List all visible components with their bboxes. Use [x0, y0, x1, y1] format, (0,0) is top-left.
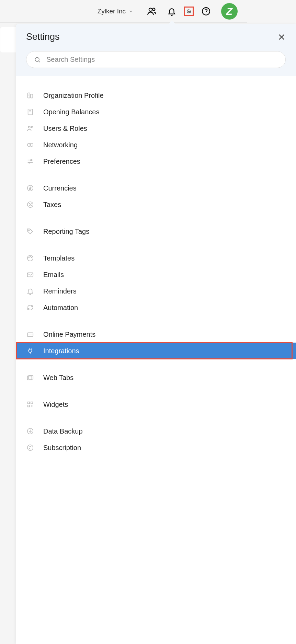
- grid-icon: [26, 400, 34, 409]
- svg-point-0: [149, 8, 152, 11]
- menu-item-org-profile[interactable]: Organization Profile: [16, 87, 247, 104]
- menu-group: TemplatesEmailsRemindersAutomation: [16, 250, 247, 316]
- menu-item-label: Web Tabs: [43, 374, 73, 382]
- svg-rect-10: [31, 94, 33, 98]
- refresh-icon: [26, 303, 34, 312]
- svg-point-29: [29, 230, 30, 231]
- search-input-wrap[interactable]: [26, 51, 247, 68]
- download-icon: [26, 427, 34, 435]
- menu-item-widgets[interactable]: Widgets: [16, 396, 247, 413]
- menu-item-label: Data Backup: [43, 427, 83, 435]
- cycle-icon: [26, 444, 34, 452]
- menu-item-currencies[interactable]: Currencies: [16, 180, 247, 196]
- svg-rect-40: [31, 402, 33, 404]
- svg-line-8: [39, 61, 40, 62]
- menu-group: Web Tabs: [16, 369, 247, 386]
- svg-point-33: [31, 257, 32, 258]
- org-name: Zylker Inc: [98, 8, 126, 15]
- svg-rect-34: [27, 273, 33, 277]
- menu-item-subscription[interactable]: Subscription: [16, 439, 247, 456]
- menu-item-emails[interactable]: Emails: [16, 266, 247, 283]
- org-selector[interactable]: Zylker Inc: [98, 8, 133, 15]
- menu-item-integrations[interactable]: Integrations: [16, 343, 247, 359]
- search-icon: [34, 56, 41, 63]
- menu-item-networking[interactable]: Networking: [16, 137, 247, 153]
- plug-icon: [26, 347, 34, 355]
- menu-item-label: Widgets: [43, 401, 68, 409]
- chevron-down-icon: [128, 9, 133, 14]
- menu-item-automation[interactable]: Automation: [16, 299, 247, 316]
- menu-item-users-roles[interactable]: Users & Roles: [16, 120, 247, 137]
- dropdown-arrow: [167, 21, 177, 25]
- topbar: Zylker Inc Z: [0, 0, 247, 23]
- tabs-icon: [26, 373, 34, 382]
- menu-item-online-payments[interactable]: Online Payments: [16, 326, 247, 343]
- menu-item-label: Online Payments: [43, 331, 95, 338]
- gear-icon[interactable]: [184, 7, 194, 16]
- menu-group: Data BackupSubscription: [16, 423, 247, 456]
- menu-group: Widgets: [16, 396, 247, 413]
- building-icon: [26, 91, 34, 100]
- menu-group: Online PaymentsIntegrations: [16, 326, 247, 359]
- menu-item-label: Currencies: [43, 184, 77, 192]
- bell-icon: [26, 287, 34, 295]
- search-input[interactable]: [46, 56, 247, 64]
- menu-group: CurrenciesTaxes: [16, 180, 247, 213]
- svg-point-46: [27, 445, 33, 451]
- svg-rect-39: [28, 402, 30, 404]
- settings-header: Settings: [16, 24, 247, 76]
- svg-point-27: [29, 203, 30, 204]
- menu-item-label: Subscription: [43, 444, 81, 452]
- menu-item-label: Templates: [43, 254, 75, 262]
- menu-item-label: Taxes: [43, 201, 61, 209]
- settings-panel: Settings Organization ProfileOpening Bal…: [16, 24, 247, 537]
- svg-point-28: [31, 205, 32, 206]
- svg-point-17: [31, 126, 33, 128]
- card-icon: [26, 330, 34, 338]
- svg-point-1: [152, 8, 155, 10]
- menu-item-data-backup[interactable]: Data Backup: [16, 423, 247, 439]
- menu-item-reminders[interactable]: Reminders: [16, 283, 247, 299]
- tag-icon: [26, 227, 34, 235]
- link-icon: [26, 141, 34, 149]
- help-icon[interactable]: [201, 7, 211, 16]
- menu-item-templates[interactable]: Templates: [16, 250, 247, 266]
- palette-icon: [26, 254, 34, 262]
- percent-icon: [26, 200, 34, 209]
- users-icon: [26, 124, 34, 133]
- bell-icon[interactable]: [167, 7, 177, 16]
- dollar-icon: [26, 184, 34, 192]
- menu-item-label: Networking: [43, 141, 78, 149]
- menu-item-label: Organization Profile: [43, 92, 104, 100]
- menu-item-label: Reminders: [43, 287, 77, 295]
- avatar-letter: Z: [226, 5, 232, 17]
- menu-item-preferences[interactable]: Preferences: [16, 153, 247, 170]
- svg-point-32: [30, 256, 31, 257]
- svg-rect-35: [27, 333, 33, 336]
- settings-menu: Organization ProfileOpening BalancesUser…: [16, 76, 247, 456]
- svg-point-16: [29, 126, 31, 128]
- menu-item-label: Reporting Tags: [43, 228, 89, 235]
- svg-point-31: [29, 257, 29, 258]
- menu-item-reporting-tags[interactable]: Reporting Tags: [16, 223, 247, 240]
- menu-group: Reporting Tags: [16, 223, 247, 240]
- users-icon[interactable]: [147, 7, 157, 16]
- menu-item-web-tabs[interactable]: Web Tabs: [16, 369, 247, 386]
- svg-point-7: [35, 57, 39, 61]
- menu-item-label: Opening Balances: [43, 108, 99, 116]
- menu-item-label: Preferences: [43, 158, 80, 165]
- menu-item-taxes[interactable]: Taxes: [16, 196, 247, 213]
- menu-item-label: Automation: [43, 304, 78, 312]
- sliders-icon: [26, 157, 34, 165]
- svg-rect-41: [28, 405, 30, 407]
- receipt-icon: [26, 108, 34, 116]
- menu-item-label: Emails: [43, 271, 64, 279]
- menu-item-label: Users & Roles: [43, 125, 87, 133]
- svg-point-2: [189, 11, 190, 12]
- menu-group: Organization ProfileOpening BalancesUser…: [16, 87, 247, 170]
- menu-item-opening-balances[interactable]: Opening Balances: [16, 104, 247, 120]
- envelope-icon: [26, 271, 34, 279]
- avatar[interactable]: Z: [221, 3, 238, 20]
- page-title: Settings: [26, 32, 60, 42]
- menu-item-label: Integrations: [43, 347, 79, 355]
